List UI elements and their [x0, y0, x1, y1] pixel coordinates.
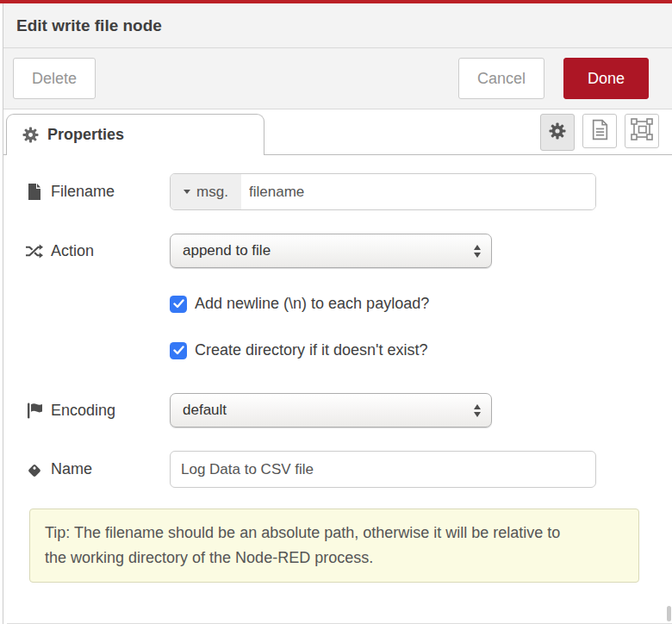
properties-form: Filename msg. — [3, 155, 672, 583]
cancel-button-label: Cancel — [477, 70, 526, 88]
filename-input[interactable] — [241, 174, 595, 209]
action-select-value: append to file — [183, 242, 474, 259]
newline-checkbox-row: Add newline (\n) to each payload? — [170, 295, 646, 313]
action-select[interactable]: append to file — [170, 234, 492, 268]
filename-type-dropdown[interactable]: msg. — [171, 174, 241, 209]
dialog-toolbar: Delete Cancel Done — [3, 48, 672, 109]
encoding-select[interactable]: default — [170, 393, 492, 427]
done-button-label: Done — [588, 70, 625, 88]
delete-button-label: Delete — [32, 70, 77, 88]
dialog-title: Edit write file node — [16, 16, 162, 35]
tray-tool-buttons — [540, 114, 659, 151]
document-icon — [591, 119, 609, 144]
name-label-text: Name — [51, 460, 92, 478]
filename-row: Filename msg. — [26, 173, 646, 210]
flag-icon — [26, 402, 43, 419]
scrollbar-thumb[interactable] — [667, 606, 671, 621]
gear-icon — [22, 127, 39, 143]
delete-button[interactable]: Delete — [13, 58, 96, 99]
filename-label-text: Filename — [51, 183, 115, 201]
caret-down-icon — [184, 190, 190, 194]
tab-properties[interactable]: Properties — [6, 114, 264, 155]
tip-text: Tip: The filename should be an absolute … — [45, 521, 562, 571]
appearance-tool-button[interactable] — [625, 114, 659, 148]
shuffle-icon — [26, 244, 43, 259]
tip-box: Tip: The filename should be an absolute … — [29, 509, 639, 583]
updown-arrows-icon — [474, 245, 481, 258]
mkdir-checkbox[interactable] — [170, 342, 187, 359]
description-tool-button[interactable] — [582, 114, 617, 148]
checkmark-icon — [173, 343, 184, 359]
newline-checkbox-label[interactable]: Add newline (\n) to each payload? — [195, 295, 429, 313]
name-input[interactable] — [170, 451, 596, 488]
mkdir-checkbox-row: Create directory if it doesn't exist? — [170, 341, 646, 359]
done-button[interactable]: Done — [563, 58, 649, 99]
filename-value-wrap — [241, 174, 595, 209]
gear-icon — [549, 122, 566, 143]
filename-label: Filename — [26, 183, 170, 201]
encoding-row: Encoding default — [26, 393, 646, 427]
tab-bar: Properties — [3, 109, 672, 155]
updown-arrows-icon — [474, 404, 481, 417]
action-label: Action — [26, 242, 170, 260]
newline-checkbox[interactable] — [170, 296, 187, 313]
cancel-button[interactable]: Cancel — [458, 58, 544, 99]
file-icon — [26, 184, 43, 200]
encoding-select-value: default — [183, 402, 474, 419]
name-label: Name — [26, 460, 170, 478]
action-row: Action append to file — [26, 234, 646, 268]
name-row: Name — [26, 451, 646, 488]
encoding-label: Encoding — [26, 402, 170, 420]
checkmark-icon — [173, 296, 184, 312]
filename-typed-input: msg. — [170, 173, 596, 210]
filename-type-label: msg. — [196, 184, 228, 201]
edit-tray: Edit write file node Delete Cancel Done — [3, 3, 672, 624]
encoding-label-text: Encoding — [51, 402, 115, 420]
appearance-icon — [631, 118, 653, 144]
top-red-bar — [0, 0, 672, 3]
mkdir-checkbox-label[interactable]: Create directory if it doesn't exist? — [195, 341, 428, 359]
dialog-header: Edit write file node — [3, 3, 672, 48]
properties-tool-button[interactable] — [540, 114, 575, 151]
tag-icon — [26, 462, 43, 477]
edit-node-dialog: Edit write file node Delete Cancel Done — [0, 0, 672, 624]
tab-properties-label: Properties — [47, 126, 124, 144]
action-label-text: Action — [51, 242, 94, 260]
